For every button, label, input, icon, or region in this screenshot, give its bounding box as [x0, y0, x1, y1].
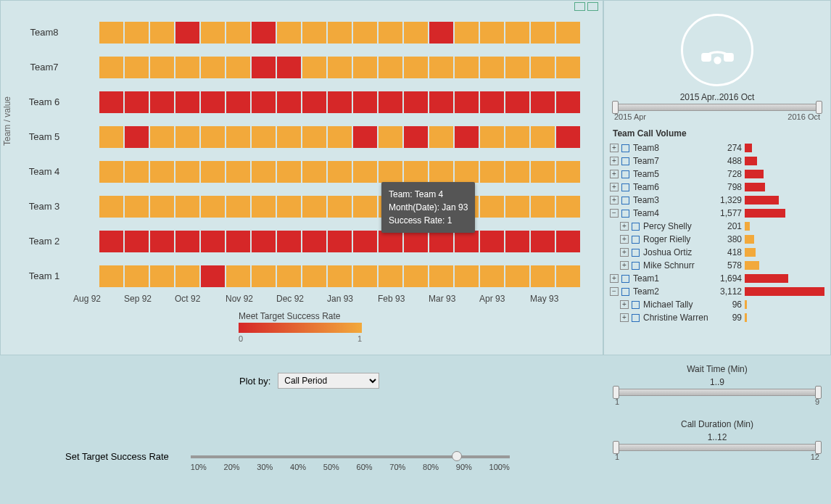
heatmap-cell[interactable] — [252, 196, 276, 218]
heatmap-cell[interactable] — [252, 91, 276, 113]
heatmap-cell[interactable] — [556, 161, 580, 183]
tree-toggle[interactable]: + — [610, 274, 619, 283]
heatmap-cell[interactable] — [99, 126, 123, 148]
tree-row[interactable]: +Team5728 — [610, 168, 824, 181]
heatmap-cell[interactable] — [252, 22, 276, 44]
heatmap-cell[interactable] — [379, 22, 402, 44]
tree-row[interactable]: +Team11,694 — [610, 272, 824, 285]
heatmap-cell[interactable] — [505, 22, 529, 44]
heatmap-cell[interactable] — [175, 126, 199, 148]
heatmap-cell[interactable] — [429, 22, 453, 44]
tree-row[interactable]: +Team8274 — [610, 141, 824, 154]
heatmap-cell[interactable] — [379, 265, 402, 287]
heatmap-cell[interactable] — [99, 22, 123, 44]
tree-checkbox[interactable] — [621, 197, 629, 205]
heatmap-cell[interactable] — [328, 57, 352, 78]
wait-time-slider[interactable] — [615, 389, 819, 396]
heatmap-cell[interactable] — [99, 265, 123, 287]
heatmap-cell[interactable] — [455, 57, 479, 78]
heatmap-cell[interactable] — [531, 265, 555, 287]
tree-toggle[interactable]: + — [610, 170, 619, 178]
heatmap-cell[interactable] — [556, 91, 580, 113]
tree-toggle[interactable]: + — [620, 300, 629, 309]
tree-toggle[interactable]: − — [610, 209, 619, 218]
tree-row[interactable]: +Michael Tally96 — [610, 298, 824, 311]
heatmap-cell[interactable] — [328, 161, 352, 183]
heatmap-cell[interactable] — [125, 196, 149, 218]
heatmap-cell[interactable] — [201, 22, 225, 44]
heatmap-cell[interactable] — [556, 265, 580, 287]
heatmap-cell[interactable] — [252, 161, 276, 183]
heatmap-cell[interactable] — [531, 161, 555, 183]
heatmap-cell[interactable] — [226, 57, 250, 78]
heatmap-cell[interactable] — [99, 91, 123, 113]
tree-row[interactable]: +Mike Schnurr578 — [610, 259, 824, 272]
tree-row[interactable]: +Team31,329 — [610, 194, 824, 207]
heatmap-cell[interactable] — [353, 22, 377, 44]
date-min-handle[interactable] — [612, 101, 619, 114]
heatmap-cell[interactable] — [99, 196, 123, 218]
heatmap-cell[interactable] — [302, 22, 326, 44]
tree-checkbox[interactable] — [632, 314, 640, 322]
wait-max-handle[interactable] — [815, 386, 822, 399]
tree-toggle[interactable]: + — [620, 222, 629, 231]
heatmap-cell[interactable] — [277, 91, 301, 113]
tree-checkbox[interactable] — [632, 262, 640, 270]
heatmap-cell[interactable] — [429, 57, 453, 78]
heatmap-cell[interactable] — [480, 265, 504, 287]
heatmap-cell[interactable] — [404, 22, 428, 44]
date-max-handle[interactable] — [816, 101, 822, 114]
heatmap-cell[interactable] — [505, 91, 529, 113]
heatmap-cell[interactable] — [226, 91, 250, 113]
heatmap-cell[interactable] — [505, 126, 529, 148]
heatmap-cell[interactable] — [201, 196, 225, 218]
heatmap-cell[interactable] — [201, 231, 225, 252]
tree-row[interactable]: −Team23,112 — [610, 285, 824, 298]
heatmap-cell[interactable] — [353, 196, 377, 218]
heatmap-cell[interactable] — [328, 126, 352, 148]
heatmap-cell[interactable] — [125, 126, 149, 148]
heatmap-cell[interactable] — [252, 231, 276, 252]
heatmap-cell[interactable] — [556, 231, 580, 252]
target-handle[interactable] — [452, 451, 462, 461]
heatmap-cell[interactable] — [125, 161, 149, 183]
heatmap-cell[interactable] — [125, 91, 149, 113]
tree-checkbox[interactable] — [621, 288, 629, 296]
heatmap-cell[interactable] — [531, 22, 555, 44]
heatmap-cell[interactable] — [429, 126, 453, 148]
tree-checkbox[interactable] — [632, 249, 640, 257]
heatmap-cell[interactable] — [125, 57, 149, 78]
heatmap-cell[interactable] — [353, 126, 377, 148]
heatmap-cell[interactable] — [302, 196, 326, 218]
duration-slider[interactable] — [615, 444, 819, 451]
heatmap-cell[interactable] — [429, 91, 453, 113]
heatmap-cell[interactable] — [404, 126, 428, 148]
heatmap-cell[interactable] — [150, 161, 174, 183]
heatmap-cell[interactable] — [302, 231, 326, 252]
heatmap-cell[interactable] — [302, 57, 326, 78]
heatmap-cell[interactable] — [531, 231, 555, 252]
heatmap-cell[interactable] — [531, 196, 555, 218]
heatmap-cell[interactable] — [226, 161, 250, 183]
heatmap-cell[interactable] — [480, 161, 504, 183]
heatmap-cell[interactable] — [404, 231, 428, 252]
heatmap-grid[interactable] — [73, 15, 581, 294]
heatmap-cell[interactable] — [175, 22, 199, 44]
tree-checkbox[interactable] — [632, 301, 640, 309]
tree-checkbox[interactable] — [632, 223, 640, 231]
heatmap-cell[interactable] — [150, 231, 174, 252]
tree-toggle[interactable]: + — [610, 183, 619, 191]
heatmap-cell[interactable] — [252, 126, 276, 148]
heatmap-cell[interactable] — [175, 231, 199, 252]
heatmap-cell[interactable] — [379, 57, 402, 78]
heatmap-cell[interactable] — [328, 265, 352, 287]
heatmap-cell[interactable] — [455, 91, 479, 113]
heatmap-cell[interactable] — [404, 57, 428, 78]
heatmap-cell[interactable] — [480, 231, 504, 252]
heatmap-cell[interactable] — [353, 161, 377, 183]
heatmap-cell[interactable] — [125, 231, 149, 252]
heatmap-cell[interactable] — [404, 161, 428, 183]
tree-toggle[interactable]: − — [610, 287, 619, 296]
heatmap-cell[interactable] — [277, 161, 301, 183]
heatmap-cell[interactable] — [531, 91, 555, 113]
